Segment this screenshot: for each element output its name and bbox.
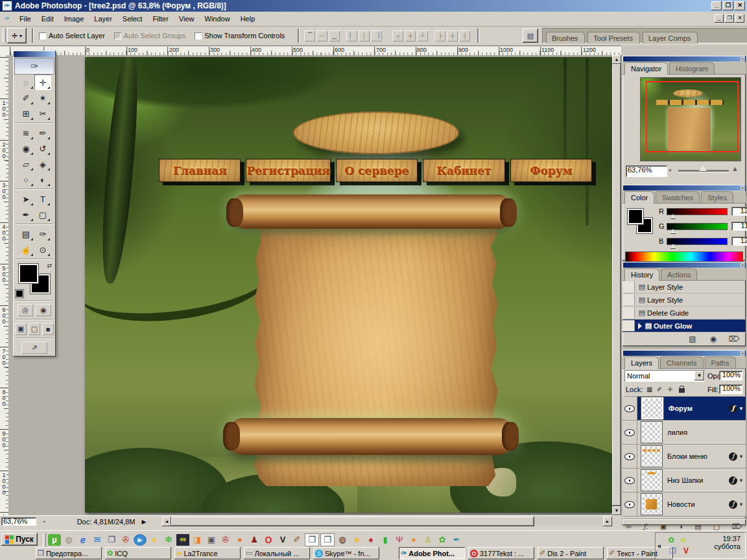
ie-icon[interactable]: e bbox=[77, 534, 89, 546]
history-brush-tool[interactable]: ↺ bbox=[34, 141, 51, 156]
navigator-view-box[interactable] bbox=[646, 81, 739, 152]
default-colors-icon[interactable] bbox=[16, 290, 23, 298]
quill-icon[interactable]: ✒ bbox=[450, 534, 463, 546]
layer-effects-icon[interactable]: ƒ bbox=[729, 452, 737, 461]
menu-file[interactable]: File bbox=[14, 13, 36, 25]
red-value-field[interactable]: 12 bbox=[731, 207, 747, 216]
layer-effects-icon[interactable]: ƒ bbox=[729, 404, 737, 413]
layer-thumbnail[interactable] bbox=[641, 446, 662, 467]
palette-titlebar[interactable]: ✕ bbox=[623, 185, 745, 191]
effects-expand-icon[interactable]: ▼ bbox=[739, 454, 744, 460]
lock-position-icon[interactable]: ✛ bbox=[667, 386, 672, 393]
menu-filter[interactable]: Filter bbox=[147, 13, 173, 25]
task-prevent[interactable]: ❐ Предотвра... bbox=[36, 547, 102, 559]
layer-thumbnail[interactable] bbox=[641, 397, 663, 419]
layer-style-icon[interactable]: ƒ. bbox=[643, 522, 648, 531]
scroll-right-icon[interactable]: ► bbox=[603, 517, 612, 526]
red-slider[interactable] bbox=[667, 208, 728, 215]
close-button[interactable]: ✕ bbox=[735, 1, 745, 10]
paint-bucket-tool[interactable]: ◈ bbox=[34, 156, 51, 172]
tray-icq-flower-icon[interactable]: ✿ bbox=[668, 535, 674, 544]
utorrent-icon[interactable]: µ bbox=[48, 534, 61, 546]
photoshop-app-icon[interactable]: ✑ bbox=[2, 1, 12, 11]
tab-paths[interactable]: Paths bbox=[705, 356, 736, 368]
avi2-icon[interactable]: ✇ bbox=[219, 534, 232, 546]
orb-icon[interactable]: ◍ bbox=[336, 534, 349, 546]
tray-chevron[interactable]: « bbox=[658, 542, 661, 550]
horizontal-scrollbar[interactable]: ◄ ► bbox=[162, 517, 612, 526]
window-icon[interactable]: ❐ bbox=[105, 534, 118, 546]
healing-brush-tool[interactable]: ≋ bbox=[18, 125, 34, 141]
document-image[interactable]: Главная Регистрация О сервере Кабинет Фо… bbox=[85, 57, 612, 513]
layer-mask-icon[interactable]: ▣ bbox=[660, 522, 667, 531]
navigator-zoom-field[interactable]: 63,76% bbox=[626, 165, 667, 177]
show-transform-checkbox[interactable] bbox=[195, 32, 202, 40]
green-swirl-icon[interactable]: ❇ bbox=[162, 534, 175, 546]
fill-field[interactable]: 100% bbox=[719, 384, 742, 394]
type-tool[interactable]: T bbox=[34, 191, 51, 207]
layer-thumbnail[interactable] bbox=[641, 494, 662, 515]
close-icon[interactable]: ✕ bbox=[741, 57, 744, 61]
tray-antivirus-icon[interactable]: V bbox=[683, 546, 689, 555]
history-brush-well[interactable] bbox=[622, 307, 635, 318]
menu-edit[interactable]: Edit bbox=[36, 13, 59, 25]
avi-icon[interactable]: ✇ bbox=[119, 534, 132, 546]
navigator-thumbnail[interactable] bbox=[640, 77, 741, 161]
standard-mode-icon[interactable]: ◎ bbox=[18, 304, 33, 316]
start-button[interactable]: Пуск bbox=[1, 533, 38, 546]
palette-titlebar[interactable]: ✕ bbox=[623, 351, 745, 356]
elliptical-marquee-tool[interactable]: ◌ bbox=[18, 75, 34, 90]
move-tool[interactable]: ✛ bbox=[34, 75, 51, 90]
sysfile-icon[interactable]: ❐ bbox=[305, 533, 319, 546]
task-icq[interactable]: ✿ ICQ bbox=[105, 547, 171, 559]
lock-paint-icon[interactable]: ✐ bbox=[657, 386, 662, 393]
raven-icon[interactable]: V bbox=[276, 534, 289, 546]
menu-layer[interactable]: Layer bbox=[89, 13, 117, 25]
chick-icon[interactable]: ● bbox=[350, 534, 363, 546]
file-browser-button[interactable]: ▧ bbox=[523, 29, 538, 43]
layer-row-menu-blocks[interactable]: Блоки меню ƒ ▼ bbox=[622, 445, 746, 469]
history-state[interactable]: ▤ Delete Guide bbox=[622, 307, 746, 320]
menu-select[interactable]: Select bbox=[117, 13, 148, 25]
fullscreen-menubar-icon[interactable]: ▢ bbox=[29, 323, 40, 335]
vscroll-thumb[interactable] bbox=[612, 64, 621, 506]
layer-effects-icon[interactable]: ƒ bbox=[729, 500, 737, 509]
eraser-tool[interactable]: ▱ bbox=[18, 156, 34, 172]
paint-icon[interactable]: ✐ bbox=[290, 534, 303, 546]
well-tab-layer-comps[interactable]: Layer Comps bbox=[643, 32, 698, 43]
orange-ball-icon[interactable]: ● bbox=[407, 534, 420, 546]
tab-actions[interactable]: Actions bbox=[661, 268, 697, 280]
tab-navigator[interactable]: Navigator bbox=[624, 62, 668, 75]
layer-thumbnail[interactable] bbox=[641, 470, 662, 491]
tab-layers[interactable]: Layers bbox=[624, 356, 659, 369]
slice-tool[interactable]: ✂ bbox=[34, 106, 51, 121]
color-ramp[interactable] bbox=[625, 251, 743, 262]
layer-row-forum[interactable]: Форум ƒ ▼ bbox=[622, 397, 746, 421]
lock-transparency-icon[interactable]: ▦ bbox=[646, 386, 652, 393]
delete-layer-icon[interactable]: ⌦ bbox=[731, 522, 742, 531]
scroll-left-icon[interactable]: ◄ bbox=[162, 517, 171, 526]
task-skype[interactable]: S Skype™ - fn... bbox=[313, 547, 379, 559]
pen-tool[interactable]: ✒ bbox=[18, 207, 34, 222]
opacity-field[interactable]: 100% bbox=[719, 371, 742, 380]
icq99-icon[interactable]: 99 bbox=[176, 534, 189, 546]
claw-icon[interactable]: Ψ bbox=[393, 534, 406, 546]
layer-group-icon[interactable]: ▤ bbox=[694, 522, 701, 531]
layer-thumbnail[interactable] bbox=[641, 422, 662, 443]
new-snapshot-icon[interactable]: ◉ bbox=[707, 334, 720, 344]
new-document-from-state-icon[interactable]: ▤ bbox=[686, 334, 699, 344]
task-la2trance[interactable]: ▰ La2Trance bbox=[174, 547, 241, 559]
clock[interactable]: 19:37 bbox=[714, 535, 741, 542]
vertical-scrollbar[interactable]: ▲ ▼ bbox=[612, 55, 621, 515]
palette-titlebar[interactable]: ✕ bbox=[623, 262, 745, 268]
zoom-out-icon[interactable]: ▲ bbox=[668, 167, 672, 172]
link-layers-icon[interactable]: ∞ bbox=[626, 522, 632, 530]
swap-colors-icon[interactable]: ⇄ bbox=[47, 262, 52, 269]
navigator-slider-thumb[interactable] bbox=[699, 165, 707, 171]
document-icon[interactable]: ✑ bbox=[3, 14, 12, 23]
lock-all-icon[interactable] bbox=[679, 388, 685, 393]
toolbox-titlebar[interactable] bbox=[14, 51, 55, 57]
show-transform-option[interactable]: Show Transform Controls bbox=[195, 32, 285, 40]
firefox-icon[interactable]: ● bbox=[233, 534, 246, 546]
task-opera-tekst[interactable]: O 3177Tekst : ... bbox=[468, 547, 534, 559]
